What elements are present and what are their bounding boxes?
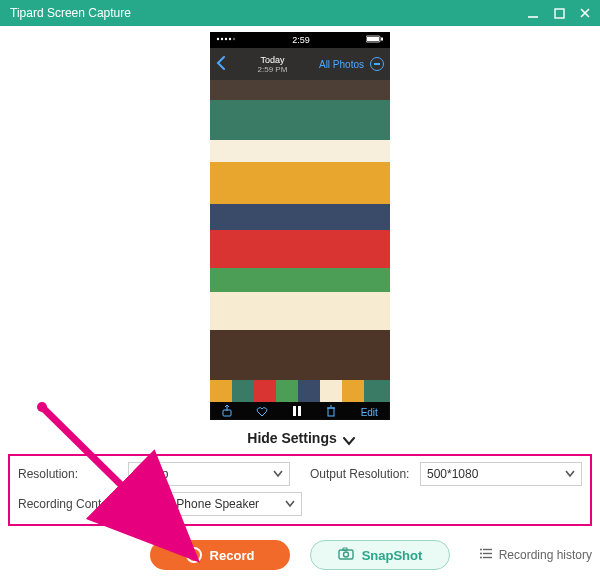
recording-content-value: Screen,Phone Speaker bbox=[135, 497, 259, 511]
svg-rect-15 bbox=[298, 406, 301, 416]
signal-icon bbox=[216, 35, 236, 45]
svg-rect-14 bbox=[293, 406, 296, 416]
chevron-down-icon bbox=[565, 467, 575, 481]
hide-settings-toggle[interactable]: Hide Settings bbox=[247, 430, 352, 446]
svg-rect-11 bbox=[381, 38, 383, 41]
maximize-icon[interactable] bbox=[552, 6, 566, 20]
minimize-icon[interactable] bbox=[526, 6, 540, 20]
pause-icon[interactable] bbox=[292, 405, 302, 419]
trash-icon[interactable] bbox=[326, 405, 336, 419]
title-bar: Tipard Screen Capture bbox=[0, 0, 600, 26]
recording-history-link[interactable]: Recording history bbox=[480, 548, 592, 562]
close-icon[interactable] bbox=[578, 6, 592, 20]
phone-thumbnails[interactable] bbox=[210, 380, 390, 402]
recording-content-select[interactable]: Screen,Phone Speaker bbox=[128, 492, 302, 516]
phone-nav-subtime: 2:59 PM bbox=[226, 65, 319, 74]
svg-point-25 bbox=[480, 549, 482, 551]
phone-nav-title: Today 2:59 PM bbox=[226, 55, 319, 74]
output-resolution-value: 500*1080 bbox=[427, 467, 478, 481]
svg-rect-21 bbox=[343, 548, 347, 551]
snapshot-button-label: SnapShot bbox=[362, 548, 423, 563]
phone-preview: 2:59 Today 2:59 PM All Photos bbox=[210, 32, 390, 420]
heart-icon[interactable] bbox=[256, 406, 268, 419]
record-icon bbox=[186, 547, 202, 563]
recording-history-label: Recording history bbox=[499, 548, 592, 562]
resolution-label: Resolution: bbox=[18, 467, 128, 481]
share-icon[interactable] bbox=[222, 405, 232, 419]
svg-point-4 bbox=[217, 38, 219, 40]
phone-photo bbox=[210, 80, 390, 380]
window-controls bbox=[526, 6, 592, 20]
camera-icon bbox=[338, 547, 354, 563]
all-photos-link[interactable]: All Photos bbox=[319, 59, 364, 70]
svg-point-7 bbox=[229, 38, 231, 40]
action-bar: Record SnapShot Recording history bbox=[8, 540, 592, 570]
hide-settings-label: Hide Settings bbox=[247, 430, 336, 446]
record-button-label: Record bbox=[210, 548, 255, 563]
recording-content-label: Recording Content: bbox=[18, 497, 128, 511]
resolution-select[interactable]: 1080p bbox=[128, 462, 290, 486]
list-icon bbox=[480, 548, 493, 562]
phone-nav-today: Today bbox=[226, 55, 319, 65]
svg-point-26 bbox=[480, 553, 482, 555]
phone-bottom-toolbar: Edit bbox=[210, 402, 390, 420]
svg-point-6 bbox=[225, 38, 227, 40]
resolution-value: 1080p bbox=[135, 467, 168, 481]
svg-point-5 bbox=[221, 38, 223, 40]
chevron-down-icon bbox=[285, 497, 295, 511]
preview-area: 2:59 Today 2:59 PM All Photos bbox=[0, 26, 600, 446]
record-button[interactable]: Record bbox=[150, 540, 290, 570]
snapshot-button[interactable]: SnapShot bbox=[310, 540, 450, 570]
back-icon[interactable] bbox=[216, 56, 226, 72]
settings-panel: Resolution: 1080p Output Resolution: 500… bbox=[8, 454, 592, 526]
svg-point-20 bbox=[343, 552, 348, 557]
phone-clock: 2:59 bbox=[292, 35, 310, 45]
edit-link[interactable]: Edit bbox=[361, 407, 378, 418]
output-resolution-select[interactable]: 500*1080 bbox=[420, 462, 582, 486]
svg-rect-1 bbox=[555, 9, 564, 18]
chevron-down-icon bbox=[343, 433, 353, 443]
phone-status-bar: 2:59 bbox=[210, 32, 390, 48]
svg-rect-10 bbox=[367, 37, 379, 41]
app-title: Tipard Screen Capture bbox=[10, 6, 526, 20]
svg-point-27 bbox=[480, 557, 482, 559]
phone-nav-bar: Today 2:59 PM All Photos bbox=[210, 48, 390, 80]
chevron-down-icon bbox=[273, 467, 283, 481]
svg-rect-16 bbox=[328, 408, 334, 416]
output-resolution-label: Output Resolution: bbox=[310, 467, 420, 481]
details-icon[interactable] bbox=[370, 57, 384, 71]
svg-point-8 bbox=[233, 38, 235, 40]
battery-icon bbox=[366, 35, 384, 45]
